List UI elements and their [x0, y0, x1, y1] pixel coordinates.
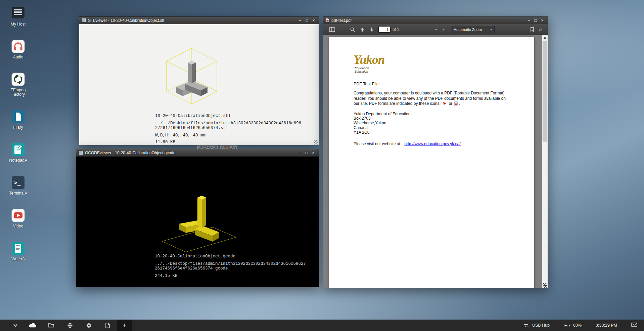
desktop-icon-label: Filary [13, 125, 23, 130]
desktop-icon-terminala[interactable]: >_ TerminalA [3, 175, 34, 196]
page-count-label: of 1 [393, 27, 399, 32]
notepada-icon [11, 142, 26, 157]
desktop-icon-label: TerminalA [9, 191, 27, 196]
battery-indicator[interactable]: 60% [564, 323, 582, 328]
resize-grip[interactable] [543, 283, 547, 288]
page-number-input[interactable] [378, 26, 390, 33]
paragraph-line: our site. PDF forms are indicated by the… [354, 101, 515, 107]
desktop-icon-audio[interactable]: Audio [3, 39, 34, 59]
minimize-button[interactable]: – [297, 150, 303, 156]
stl-file-size: 11.86 KB [155, 140, 301, 144]
gcode-file-path-line1: ../../Desktop/files/admin/inith31302d323… [155, 261, 306, 266]
yukon-logo: Yukon Education Éducation [354, 54, 515, 73]
chevron-down-icon: ▾ [490, 28, 492, 31]
taskbar-app-button[interactable] [79, 320, 98, 331]
scrollbar[interactable] [542, 35, 548, 288]
video-icon [11, 208, 26, 223]
desktop-icon-notepada[interactable]: NotepadA [3, 142, 34, 163]
battery-percentage: 60% [573, 323, 582, 328]
stl-filename: 10-20-40-CalibrationObject.stl [155, 114, 301, 118]
more-tools-button[interactable]: » [537, 24, 544, 35]
pdf-window-title: pdf-test.pdf [331, 18, 352, 23]
mail-indicator[interactable] [631, 323, 637, 328]
bookmark-button[interactable] [528, 24, 537, 35]
desktop-icon-my-host[interactable]: My Host [3, 6, 34, 27]
zoom-out-button[interactable]: − [432, 24, 440, 35]
zoom-in-button[interactable]: + [440, 24, 448, 35]
resize-grip[interactable] [314, 140, 318, 144]
taskbar-browser-button[interactable] [60, 320, 79, 331]
pdf-form-icon [454, 101, 458, 107]
taskbar-cloud-button[interactable] [23, 320, 42, 331]
stl-titlebar[interactable]: STLviewer - 10-20-40-CalibrationObject.s… [79, 17, 319, 24]
usb-arrows-icon [523, 323, 530, 327]
taskbar-add-button[interactable]: + [117, 320, 132, 331]
globe-icon [67, 323, 73, 328]
desktop-icon-filary[interactable]: Filary [3, 109, 34, 130]
stl-dimensions: W,D,H: 40, 40, 40 mm [155, 133, 301, 138]
scrollbar-thumb[interactable] [543, 41, 547, 141]
close-button[interactable]: × [539, 17, 545, 24]
desktop-icon-label: FFmpeg Factory [3, 88, 33, 97]
gcode-file-size: 244.15 KB [155, 274, 306, 278]
desktop-icon-label: Video [13, 224, 23, 229]
close-button[interactable]: × [311, 17, 317, 24]
close-button[interactable]: × [310, 150, 316, 156]
taskbar: + USB Hub 60% 3:33:29 PM [0, 320, 644, 331]
taskbar-left: + [8, 320, 132, 331]
previous-page-button[interactable] [358, 24, 367, 35]
maximize-button[interactable]: □ [304, 150, 310, 156]
pdf-doc-heading: PDF Test File [354, 82, 515, 86]
document-icon [105, 323, 110, 328]
gcode-viewport[interactable]: 10-20-40-CalibrationObject.gcode ../../D… [76, 157, 319, 287]
pdf-doc-paragraph: Congratulations, your computer is equipp… [354, 91, 515, 107]
stl-window-title: STLviewer - 10-20-40-CalibrationObject.s… [88, 18, 164, 23]
stl-app-icon [82, 18, 86, 23]
clock[interactable]: 3:33:29 PM [596, 323, 617, 328]
stl-viewport[interactable]: 10-20-40-CalibrationObject.stl ../../Des… [79, 24, 319, 145]
pdf-titlebar[interactable]: pdf-test.pdf – □ × [323, 17, 548, 24]
website-link[interactable]: http://www.education.gov.yk.ca/ [404, 141, 460, 146]
zoom-select[interactable]: Automatic Zoom ▾ [451, 26, 495, 33]
sidebar-toggle-button[interactable] [327, 24, 337, 35]
minimize-button[interactable]: – [297, 17, 303, 24]
usb-hub-indicator[interactable]: USB Hub [523, 323, 550, 328]
chevron-down-icon [13, 323, 18, 328]
yukon-logo-word: Yukon [354, 54, 515, 66]
taskbar-tray: USB Hub 60% 3:33:29 PM [523, 323, 644, 328]
address-line: Whitehorse,Yukon [354, 121, 515, 126]
desktop-icon-writera[interactable]: WriterA [3, 241, 34, 261]
website-label: Please visit our website at: [354, 141, 401, 146]
acrobat-pdf-icon [443, 101, 447, 107]
taskbar-files-button[interactable] [42, 320, 60, 331]
battery-icon [564, 324, 570, 327]
stl-3d-model [150, 44, 234, 111]
stl-file-info: 10-20-40-CalibrationObject.stl ../../Des… [155, 114, 301, 144]
maximize-button[interactable]: □ [304, 17, 310, 24]
pdf-page: Yukon Education Éducation PDF Test File … [329, 37, 534, 288]
desktop-icon-label: NotepadA [9, 158, 27, 163]
my-host-icon [11, 6, 26, 21]
pdf-viewer-window: pdf-test.pdf – □ × of 1 − [323, 16, 548, 288]
taskbar-document-button[interactable] [98, 320, 117, 331]
zoom-select-value: Automatic Zoom [454, 28, 482, 32]
minimize-button[interactable]: – [526, 17, 532, 24]
maximize-button[interactable]: □ [533, 17, 539, 24]
gcode-file-path-line2: 26174696f6e4f626a656374.gcode [155, 266, 306, 271]
gcode-titlebar[interactable]: GCODEviewer - 10-20-40-CalibrationObject… [76, 149, 319, 157]
yukon-logo-education: Education [355, 67, 515, 70]
gcode-window-title: GCODEviewer - 10-20-40-CalibrationObject… [85, 151, 175, 155]
next-page-button[interactable] [367, 24, 376, 35]
search-button[interactable] [348, 24, 358, 35]
pdf-doc-website-row: Please visit our website at: http://www.… [354, 141, 515, 146]
pdf-content-area[interactable]: Yukon Education Éducation PDF Test File … [323, 35, 548, 288]
pdf-app-icon [326, 18, 329, 23]
taskbar-expand-button[interactable] [8, 320, 23, 331]
envelope-icon [631, 323, 637, 327]
desktop-icon-label: WriterA [11, 257, 25, 261]
audio-icon [11, 39, 26, 54]
desktop-icon-video[interactable]: Video [3, 208, 34, 229]
desktop-icon-ffmpeg-factory[interactable]: FFmpeg Factory [3, 72, 34, 97]
scroll-up-arrow[interactable] [542, 35, 548, 40]
pdf-toolbar: of 1 − + Automatic Zoom ▾ » [323, 24, 548, 35]
